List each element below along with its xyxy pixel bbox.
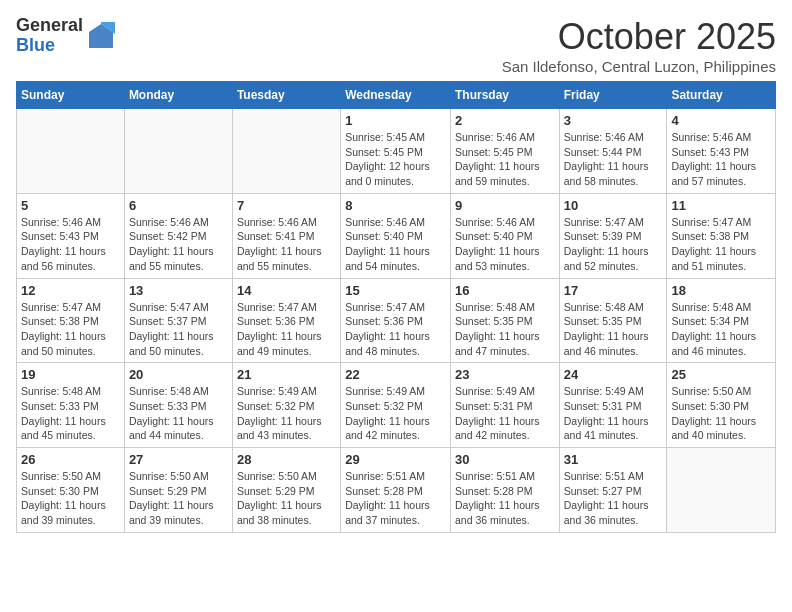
calendar-cell: 17Sunrise: 5:48 AM Sunset: 5:35 PM Dayli… [559, 278, 667, 363]
day-info: Sunrise: 5:46 AM Sunset: 5:42 PM Dayligh… [129, 215, 228, 274]
day-number: 28 [237, 452, 336, 467]
logo-icon [87, 22, 115, 50]
day-number: 2 [455, 113, 555, 128]
calendar-cell: 15Sunrise: 5:47 AM Sunset: 5:36 PM Dayli… [341, 278, 451, 363]
day-number: 6 [129, 198, 228, 213]
title-section: October 2025 San Ildefonso, Central Luzo… [502, 16, 776, 75]
calendar-cell: 20Sunrise: 5:48 AM Sunset: 5:33 PM Dayli… [124, 363, 232, 448]
page-header: General Blue October 2025 San Ildefonso,… [16, 16, 776, 75]
day-info: Sunrise: 5:51 AM Sunset: 5:28 PM Dayligh… [455, 469, 555, 528]
calendar-week-3: 19Sunrise: 5:48 AM Sunset: 5:33 PM Dayli… [17, 363, 776, 448]
calendar-cell: 16Sunrise: 5:48 AM Sunset: 5:35 PM Dayli… [450, 278, 559, 363]
calendar-cell: 2Sunrise: 5:46 AM Sunset: 5:45 PM Daylig… [450, 109, 559, 194]
calendar-cell [232, 109, 340, 194]
day-number: 7 [237, 198, 336, 213]
day-number: 30 [455, 452, 555, 467]
day-info: Sunrise: 5:48 AM Sunset: 5:33 PM Dayligh… [129, 384, 228, 443]
day-info: Sunrise: 5:48 AM Sunset: 5:33 PM Dayligh… [21, 384, 120, 443]
day-number: 17 [564, 283, 663, 298]
day-number: 26 [21, 452, 120, 467]
header-sunday: Sunday [17, 82, 125, 109]
day-number: 23 [455, 367, 555, 382]
logo: General Blue [16, 16, 115, 56]
day-info: Sunrise: 5:46 AM Sunset: 5:45 PM Dayligh… [455, 130, 555, 189]
day-info: Sunrise: 5:49 AM Sunset: 5:32 PM Dayligh… [237, 384, 336, 443]
day-number: 27 [129, 452, 228, 467]
calendar-cell: 6Sunrise: 5:46 AM Sunset: 5:42 PM Daylig… [124, 193, 232, 278]
calendar-cell [17, 109, 125, 194]
day-number: 25 [671, 367, 771, 382]
calendar-week-2: 12Sunrise: 5:47 AM Sunset: 5:38 PM Dayli… [17, 278, 776, 363]
calendar-cell: 13Sunrise: 5:47 AM Sunset: 5:37 PM Dayli… [124, 278, 232, 363]
day-number: 19 [21, 367, 120, 382]
header-monday: Monday [124, 82, 232, 109]
header-friday: Friday [559, 82, 667, 109]
calendar-cell: 14Sunrise: 5:47 AM Sunset: 5:36 PM Dayli… [232, 278, 340, 363]
day-info: Sunrise: 5:50 AM Sunset: 5:29 PM Dayligh… [237, 469, 336, 528]
day-info: Sunrise: 5:46 AM Sunset: 5:40 PM Dayligh… [345, 215, 446, 274]
calendar-cell: 9Sunrise: 5:46 AM Sunset: 5:40 PM Daylig… [450, 193, 559, 278]
calendar-cell [124, 109, 232, 194]
day-info: Sunrise: 5:49 AM Sunset: 5:31 PM Dayligh… [564, 384, 663, 443]
day-number: 18 [671, 283, 771, 298]
day-number: 5 [21, 198, 120, 213]
day-number: 31 [564, 452, 663, 467]
day-number: 10 [564, 198, 663, 213]
logo-general: General [16, 16, 83, 36]
day-info: Sunrise: 5:47 AM Sunset: 5:39 PM Dayligh… [564, 215, 663, 274]
calendar-cell: 29Sunrise: 5:51 AM Sunset: 5:28 PM Dayli… [341, 448, 451, 533]
month-title: October 2025 [502, 16, 776, 58]
day-info: Sunrise: 5:46 AM Sunset: 5:40 PM Dayligh… [455, 215, 555, 274]
day-number: 11 [671, 198, 771, 213]
day-info: Sunrise: 5:47 AM Sunset: 5:36 PM Dayligh… [345, 300, 446, 359]
calendar-cell: 24Sunrise: 5:49 AM Sunset: 5:31 PM Dayli… [559, 363, 667, 448]
calendar-table: SundayMondayTuesdayWednesdayThursdayFrid… [16, 81, 776, 533]
day-info: Sunrise: 5:47 AM Sunset: 5:38 PM Dayligh… [671, 215, 771, 274]
calendar-cell: 18Sunrise: 5:48 AM Sunset: 5:34 PM Dayli… [667, 278, 776, 363]
day-number: 1 [345, 113, 446, 128]
day-info: Sunrise: 5:47 AM Sunset: 5:36 PM Dayligh… [237, 300, 336, 359]
location-subtitle: San Ildefonso, Central Luzon, Philippine… [502, 58, 776, 75]
calendar-cell: 22Sunrise: 5:49 AM Sunset: 5:32 PM Dayli… [341, 363, 451, 448]
calendar-cell: 28Sunrise: 5:50 AM Sunset: 5:29 PM Dayli… [232, 448, 340, 533]
calendar-cell: 3Sunrise: 5:46 AM Sunset: 5:44 PM Daylig… [559, 109, 667, 194]
day-number: 24 [564, 367, 663, 382]
day-info: Sunrise: 5:45 AM Sunset: 5:45 PM Dayligh… [345, 130, 446, 189]
day-info: Sunrise: 5:46 AM Sunset: 5:44 PM Dayligh… [564, 130, 663, 189]
calendar-cell: 27Sunrise: 5:50 AM Sunset: 5:29 PM Dayli… [124, 448, 232, 533]
calendar-header-row: SundayMondayTuesdayWednesdayThursdayFrid… [17, 82, 776, 109]
calendar-cell: 7Sunrise: 5:46 AM Sunset: 5:41 PM Daylig… [232, 193, 340, 278]
calendar-cell: 12Sunrise: 5:47 AM Sunset: 5:38 PM Dayli… [17, 278, 125, 363]
calendar-cell: 8Sunrise: 5:46 AM Sunset: 5:40 PM Daylig… [341, 193, 451, 278]
calendar-week-4: 26Sunrise: 5:50 AM Sunset: 5:30 PM Dayli… [17, 448, 776, 533]
calendar-cell: 11Sunrise: 5:47 AM Sunset: 5:38 PM Dayli… [667, 193, 776, 278]
day-info: Sunrise: 5:49 AM Sunset: 5:32 PM Dayligh… [345, 384, 446, 443]
day-info: Sunrise: 5:50 AM Sunset: 5:29 PM Dayligh… [129, 469, 228, 528]
day-number: 9 [455, 198, 555, 213]
day-info: Sunrise: 5:50 AM Sunset: 5:30 PM Dayligh… [671, 384, 771, 443]
day-info: Sunrise: 5:48 AM Sunset: 5:35 PM Dayligh… [455, 300, 555, 359]
day-number: 22 [345, 367, 446, 382]
day-number: 16 [455, 283, 555, 298]
calendar-cell: 26Sunrise: 5:50 AM Sunset: 5:30 PM Dayli… [17, 448, 125, 533]
header-wednesday: Wednesday [341, 82, 451, 109]
header-saturday: Saturday [667, 82, 776, 109]
day-number: 12 [21, 283, 120, 298]
calendar-cell: 4Sunrise: 5:46 AM Sunset: 5:43 PM Daylig… [667, 109, 776, 194]
calendar-cell: 31Sunrise: 5:51 AM Sunset: 5:27 PM Dayli… [559, 448, 667, 533]
calendar-cell: 25Sunrise: 5:50 AM Sunset: 5:30 PM Dayli… [667, 363, 776, 448]
calendar-cell: 5Sunrise: 5:46 AM Sunset: 5:43 PM Daylig… [17, 193, 125, 278]
calendar-cell: 10Sunrise: 5:47 AM Sunset: 5:39 PM Dayli… [559, 193, 667, 278]
logo-blue: Blue [16, 36, 83, 56]
day-number: 3 [564, 113, 663, 128]
day-number: 14 [237, 283, 336, 298]
calendar-cell: 30Sunrise: 5:51 AM Sunset: 5:28 PM Dayli… [450, 448, 559, 533]
header-thursday: Thursday [450, 82, 559, 109]
day-number: 15 [345, 283, 446, 298]
calendar-cell: 23Sunrise: 5:49 AM Sunset: 5:31 PM Dayli… [450, 363, 559, 448]
calendar-week-0: 1Sunrise: 5:45 AM Sunset: 5:45 PM Daylig… [17, 109, 776, 194]
day-info: Sunrise: 5:48 AM Sunset: 5:35 PM Dayligh… [564, 300, 663, 359]
day-number: 13 [129, 283, 228, 298]
day-info: Sunrise: 5:51 AM Sunset: 5:27 PM Dayligh… [564, 469, 663, 528]
day-number: 29 [345, 452, 446, 467]
